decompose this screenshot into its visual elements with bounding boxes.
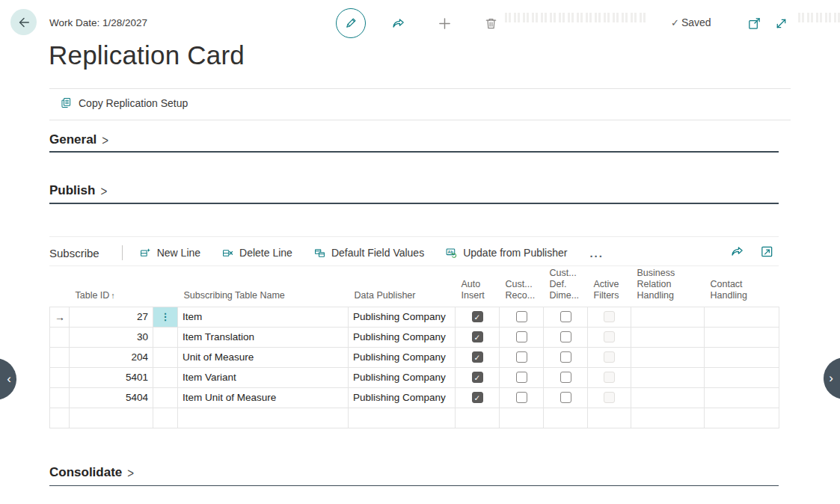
cell-subscribing-table-name[interactable]: Item Unit of Measure: [178, 387, 349, 408]
edit-button[interactable]: [336, 8, 366, 38]
col-cust-reco[interactable]: Cust... Reco...: [500, 266, 544, 307]
copy-replication-setup-button[interactable]: Copy Replication Setup: [60, 96, 188, 109]
previous-record-button[interactable]: ‹: [0, 358, 16, 400]
cust-reco-checkbox[interactable]: [516, 392, 527, 403]
cell-data-publisher[interactable]: Publishing Company: [349, 327, 456, 347]
cell-cust-reco[interactable]: [500, 347, 544, 367]
cell-data-publisher[interactable]: Publishing Company: [349, 347, 456, 367]
cust-reco-checkbox[interactable]: [516, 331, 527, 342]
cell-cust-reco[interactable]: [500, 408, 544, 428]
cell-table-id[interactable]: 27: [70, 307, 153, 327]
cell-auto-insert[interactable]: ✓: [456, 327, 500, 347]
cell-active-filters[interactable]: [588, 408, 631, 428]
section-general[interactable]: General >: [49, 132, 108, 147]
cell-auto-insert[interactable]: ✓: [456, 347, 500, 367]
auto-insert-checkbox[interactable]: ✓: [472, 351, 483, 363]
cell-active-filters[interactable]: [588, 387, 631, 408]
col-cust-def-dime[interactable]: Cust... Def. Dime...: [544, 266, 588, 307]
row-select-marker[interactable]: [50, 387, 70, 408]
cell-data-publisher[interactable]: Publishing Company: [349, 387, 456, 408]
auto-insert-checkbox[interactable]: ✓: [472, 392, 483, 403]
auto-insert-checkbox[interactable]: ✓: [472, 311, 483, 322]
new-button[interactable]: [437, 16, 452, 31]
row-select-marker[interactable]: [50, 367, 70, 387]
open-part-page-button[interactable]: [760, 245, 774, 259]
cell-business-relation-handling[interactable]: [631, 387, 705, 408]
cell-contact-handling[interactable]: [705, 367, 779, 387]
cell-active-filters[interactable]: [588, 307, 631, 327]
col-subscribing-table-name[interactable]: Subscribing Table Name: [178, 266, 349, 307]
update-from-publisher-button[interactable]: Ab Update from Publisher: [445, 247, 567, 259]
cell-cust-def-dime[interactable]: [544, 327, 588, 347]
expand-button[interactable]: [773, 16, 788, 31]
cell-cust-reco[interactable]: [500, 387, 544, 408]
cell-subscribing-table-name[interactable]: Unit of Measure: [178, 347, 349, 367]
section-consolidate[interactable]: Consolidate >: [49, 465, 134, 480]
cust-def-dime-checkbox[interactable]: [560, 392, 571, 403]
cell-cust-def-dime[interactable]: [544, 367, 588, 387]
cell-business-relation-handling[interactable]: [631, 327, 705, 347]
cell-table-id[interactable]: 5401: [70, 367, 153, 387]
more-options-button[interactable]: ...: [589, 247, 604, 259]
col-table-id[interactable]: Table ID↑: [70, 266, 153, 307]
cell-table-id[interactable]: [70, 408, 153, 428]
cell-row-menu[interactable]: [153, 408, 178, 428]
cell-contact-handling[interactable]: [705, 387, 779, 408]
cell-table-id[interactable]: 30: [70, 327, 153, 347]
col-data-publisher[interactable]: Data Publisher: [349, 266, 456, 307]
row-select-marker[interactable]: [50, 327, 70, 347]
row-kebab-icon[interactable]: ⋮: [161, 311, 171, 322]
back-button[interactable]: [10, 9, 37, 35]
delete-line-button[interactable]: Delete Line: [221, 247, 292, 259]
cell-subscribing-table-name[interactable]: [178, 408, 349, 428]
open-in-new-window-button[interactable]: [747, 16, 761, 31]
cell-auto-insert[interactable]: ✓: [456, 367, 500, 387]
cell-subscribing-table-name[interactable]: Item: [178, 307, 349, 327]
cell-data-publisher[interactable]: [349, 408, 456, 428]
cell-subscribing-table-name[interactable]: Item Translation: [178, 327, 349, 347]
cell-cust-def-dime[interactable]: [544, 408, 588, 428]
section-publish[interactable]: Publish >: [49, 183, 107, 198]
cell-auto-insert[interactable]: ✓: [456, 387, 500, 408]
cell-cust-def-dime[interactable]: [544, 347, 588, 367]
cell-cust-def-dime[interactable]: [544, 387, 588, 408]
row-select-marker[interactable]: [50, 408, 70, 428]
cell-contact-handling[interactable]: [705, 307, 779, 327]
cell-contact-handling[interactable]: [705, 327, 779, 347]
cell-row-menu[interactable]: [153, 347, 178, 367]
cust-def-dime-checkbox[interactable]: [560, 372, 571, 383]
cust-def-dime-checkbox[interactable]: [560, 331, 571, 342]
cell-active-filters[interactable]: [588, 367, 631, 387]
row-select-marker[interactable]: [50, 347, 70, 367]
cell-row-menu[interactable]: [153, 327, 178, 347]
cell-business-relation-handling[interactable]: [631, 367, 705, 387]
cell-active-filters[interactable]: [588, 327, 631, 347]
new-line-button[interactable]: New Line: [139, 247, 200, 259]
delete-button[interactable]: [483, 16, 498, 31]
cell-auto-insert[interactable]: [456, 408, 500, 428]
cell-business-relation-handling[interactable]: [631, 307, 705, 327]
cell-cust-def-dime[interactable]: [544, 307, 588, 327]
col-active-filters[interactable]: Active Filters: [588, 266, 631, 307]
auto-insert-checkbox[interactable]: ✓: [472, 372, 483, 383]
col-contact-handling[interactable]: Contact Handling: [705, 266, 779, 307]
cell-cust-reco[interactable]: [500, 307, 544, 327]
col-auto-insert[interactable]: Auto Insert: [456, 266, 500, 307]
cell-table-id[interactable]: 204: [70, 347, 153, 367]
cust-reco-checkbox[interactable]: [516, 372, 527, 383]
cell-data-publisher[interactable]: Publishing Company: [349, 367, 456, 387]
cell-subscribing-table-name[interactable]: Item Variant: [178, 367, 349, 387]
cust-def-dime-checkbox[interactable]: [560, 311, 571, 322]
cell-auto-insert[interactable]: ✓: [456, 307, 500, 327]
cell-row-menu[interactable]: [153, 367, 178, 387]
cell-cust-reco[interactable]: [500, 367, 544, 387]
part-share-button[interactable]: [730, 245, 744, 259]
cell-active-filters[interactable]: [588, 347, 631, 367]
next-record-button[interactable]: ›: [824, 357, 840, 399]
cell-business-relation-handling[interactable]: [631, 347, 705, 367]
cell-row-menu[interactable]: ⋮: [153, 307, 178, 327]
auto-insert-checkbox[interactable]: ✓: [472, 331, 483, 342]
cell-contact-handling[interactable]: [705, 347, 779, 367]
cust-reco-checkbox[interactable]: [516, 311, 527, 322]
cell-business-relation-handling[interactable]: [631, 408, 705, 428]
